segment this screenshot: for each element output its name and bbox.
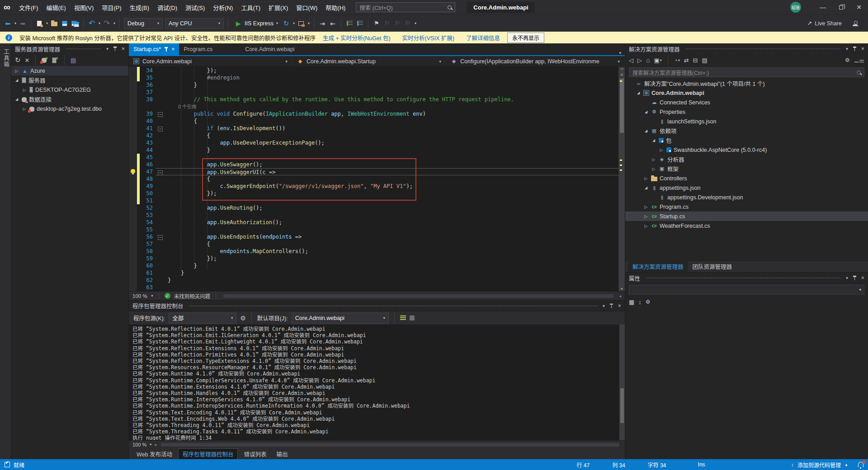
save-all-icon[interactable] xyxy=(71,19,79,28)
menu-item[interactable]: 帮助(H) xyxy=(321,0,349,15)
breakpoint-margin[interactable] xyxy=(129,183,137,190)
collapse-arrow-icon[interactable]: ◢ xyxy=(643,186,649,190)
properties-object-select[interactable]: ▾ xyxy=(629,285,864,295)
home-icon[interactable]: ⌂ xyxy=(646,56,650,64)
menu-item[interactable]: 调试(D) xyxy=(153,0,181,15)
status-column[interactable]: 列 34 xyxy=(612,461,625,469)
tree-item[interactable]: ▷▲Azure xyxy=(11,66,128,75)
expand-arrow-icon[interactable]: ▷ xyxy=(643,224,649,228)
toggle-bookmark-icon[interactable]: ⚑ xyxy=(373,19,381,28)
refresh-browser-icon[interactable]: ↻ xyxy=(282,19,290,28)
code-line[interactable]: 44 } xyxy=(129,146,618,154)
breakpoint-margin[interactable] xyxy=(129,204,137,212)
infobar-link[interactable]: 生成 + 实时分析(NuGet 包) xyxy=(323,33,391,42)
menu-item[interactable]: 窗口(W) xyxy=(292,0,321,15)
tree-item[interactable]: ▷▣框架 xyxy=(625,164,868,174)
attach-to-process-icon[interactable] xyxy=(297,19,305,28)
package-source-select[interactable]: 全部▾ xyxy=(169,313,236,324)
infobar-link[interactable]: 实时分析(VSIX 扩展) xyxy=(402,33,454,42)
search-icon[interactable] xyxy=(857,70,861,75)
properties-icon[interactable]: ⚙ xyxy=(845,57,850,63)
tool-window-tab[interactable]: 解决方案资源管理器 xyxy=(628,260,688,273)
breakpoint-margin[interactable] xyxy=(129,219,137,226)
property-pages-icon[interactable]: ⚙ xyxy=(646,299,651,305)
new-project-dropdown[interactable]: ▾ xyxy=(46,21,48,25)
forward-icon[interactable]: ▷ xyxy=(637,57,642,64)
collapse-arrow-icon[interactable]: ◢ xyxy=(14,78,19,82)
code-line[interactable]: 56− app.UseEndpoints(endpoints => xyxy=(129,233,618,240)
window-position-icon[interactable]: ▾ xyxy=(846,276,848,280)
tree-item[interactable]: ◢⊕Core.Admin.webapi xyxy=(625,88,868,98)
toolbar-overflow-icon[interactable]: ▾ xyxy=(308,21,310,25)
menu-item[interactable]: 编辑(E) xyxy=(42,0,70,15)
tree-item[interactable]: ▷C#Program.cs xyxy=(625,202,868,212)
default-project-select[interactable]: Core.Admin.webapi▾ xyxy=(292,313,389,324)
breakpoint-margin[interactable] xyxy=(129,175,137,183)
breakpoint-margin[interactable] xyxy=(129,255,137,262)
code-line[interactable]: 47− app.UseSwaggerUI(c => xyxy=(129,168,618,175)
collapse-icon[interactable]: − xyxy=(158,235,163,240)
code-line[interactable]: 37 xyxy=(129,89,618,96)
code-line[interactable]: 0 个引用 xyxy=(129,103,618,110)
pending-changes-filter-icon[interactable]: ◔▾ xyxy=(674,57,680,64)
alphabetical-icon[interactable]: ↕ xyxy=(638,299,642,306)
code-line[interactable]: 48 { xyxy=(129,175,618,183)
code-line[interactable]: 46 app.UseSwagger(); xyxy=(129,161,618,168)
scroll-left-icon[interactable]: ◂ xyxy=(619,294,621,298)
zoom-dropdown-icon[interactable]: ▾ xyxy=(151,294,153,298)
switch-views-icon[interactable]: ▣▾ xyxy=(654,57,661,64)
pin-icon[interactable] xyxy=(853,276,857,280)
expand-arrow-icon[interactable]: ▷ xyxy=(22,107,27,111)
window-position-icon[interactable]: ▾ xyxy=(106,47,108,51)
expand-arrow-icon[interactable]: ▷ xyxy=(651,157,656,162)
split-handle-icon[interactable]: ═ xyxy=(619,67,625,71)
codelens-references[interactable]: 0 个引用 xyxy=(168,104,197,109)
breakpoint-margin[interactable] xyxy=(129,161,137,168)
collapse-arrow-icon[interactable]: ◢ xyxy=(643,110,649,114)
background-tasks-icon[interactable] xyxy=(5,462,10,467)
pin-icon[interactable] xyxy=(113,47,117,51)
solution-platforms-select[interactable]: Any CPU▾ xyxy=(165,18,224,29)
code-line[interactable]: 61 } xyxy=(129,269,618,277)
breakpoint-margin[interactable] xyxy=(129,89,137,96)
restore-button[interactable] xyxy=(832,0,850,14)
expand-arrow-icon[interactable]: ▷ xyxy=(643,205,649,209)
breakpoint-margin[interactable] xyxy=(129,269,137,277)
code-line[interactable]: 43 app.UseDeveloperExceptionPage(); xyxy=(129,139,618,146)
tool-window-tab[interactable]: 团队资源管理器 xyxy=(688,260,737,273)
breakpoint-margin[interactable] xyxy=(129,146,137,154)
breakpoint-margin[interactable] xyxy=(129,284,137,291)
code-line[interactable]: 36 } xyxy=(129,81,618,89)
undo-icon[interactable]: ↶ xyxy=(88,19,96,28)
breakpoint-margin[interactable] xyxy=(129,233,137,240)
tree-item[interactable]: ∞解决方案"Core.Admin.webapi"(1 个项目/共 1 个) xyxy=(625,79,868,88)
stop-icon[interactable] xyxy=(410,315,415,320)
breakpoint-margin[interactable] xyxy=(129,240,137,248)
collapse-icon[interactable]: − xyxy=(158,170,163,175)
code-line[interactable]: 42 { xyxy=(129,132,618,139)
code-line[interactable]: 38 // This method gets called by the run… xyxy=(129,96,618,103)
add-to-source-control-button[interactable]: 添加到源代码管理 xyxy=(797,461,841,469)
scroll-up-icon[interactable]: ▲ xyxy=(619,72,625,76)
redo-dropdown[interactable]: ▾ xyxy=(113,21,115,25)
status-insert-mode[interactable]: Ins xyxy=(698,461,705,468)
new-project-icon[interactable] xyxy=(35,19,43,28)
breakpoint-margin[interactable] xyxy=(129,262,137,269)
document-tab[interactable]: Core.Admin.webapi xyxy=(241,43,299,55)
close-icon[interactable]: × xyxy=(122,46,125,52)
tree-item[interactable]: ▷Swashbuckle.AspNetCore (5.0.0-rc4) xyxy=(625,145,868,155)
tree-item[interactable]: ▷C#Startup.cs xyxy=(625,212,868,221)
breakpoint-margin[interactable] xyxy=(129,67,137,74)
pin-icon[interactable] xyxy=(853,47,857,51)
code-line[interactable]: 52 app.UseRouting(); xyxy=(129,204,618,212)
menu-item[interactable]: 扩展(X) xyxy=(264,0,292,15)
tab-list-dropdown-icon[interactable]: ▾ xyxy=(615,51,625,55)
pmc-zoom-select[interactable]: 100 % xyxy=(132,442,146,447)
open-file-icon[interactable] xyxy=(50,19,58,28)
tree-item[interactable]: ▷Controllers xyxy=(625,174,868,183)
breakpoint-margin[interactable] xyxy=(129,74,137,81)
window-position-icon[interactable]: ▾ xyxy=(846,47,848,51)
menu-item[interactable]: 文件(F) xyxy=(15,0,42,15)
close-icon[interactable]: × xyxy=(618,303,621,309)
breakpoint-margin[interactable] xyxy=(129,125,137,132)
